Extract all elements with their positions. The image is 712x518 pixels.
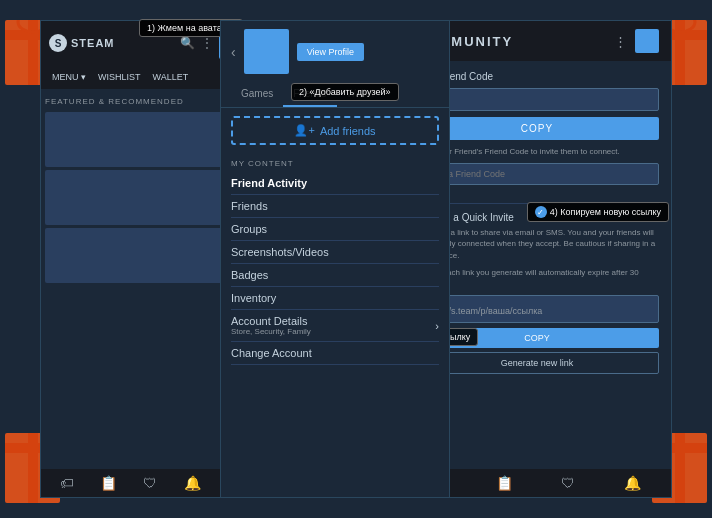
generate-link-wrapper: Generate new link 3) Создаем новую ссылк… [415,352,659,374]
add-friends-label: Add friends [320,125,376,137]
svg-rect-12 [28,433,38,503]
add-friends-button[interactable]: 👤+ Add friends [231,116,439,145]
search-icon[interactable]: 🔍 [180,36,195,50]
generate-new-link-button[interactable]: Generate new link [415,352,659,374]
right-nav-shield-icon[interactable]: 🛡 [561,475,575,491]
community-menu-icon[interactable]: ⋮ [614,34,627,49]
view-profile-button[interactable]: View Profile [297,43,364,61]
annotation-2: 2) «Добавить друзей» [291,83,399,101]
account-details-label: Account Details [231,315,311,327]
steam-logo-icon: S [49,34,67,52]
svg-rect-2 [28,20,38,85]
content-change-account[interactable]: Change Account [231,342,439,365]
content-inventory[interactable]: Inventory [231,287,439,310]
enter-friend-code-input[interactable] [415,163,659,185]
quick-invite-note: NOTE: Each link you generate will automa… [415,267,659,289]
svg-rect-7 [675,20,685,85]
arrow-icon: › [435,320,439,332]
friend-code-desc: Enter your Friend's Friend Code to invit… [415,146,659,157]
svg-rect-16 [675,433,685,503]
tab-games[interactable]: Games [231,82,283,107]
annotation-4: ✓ 4) Копируем новую ссылку [527,202,669,222]
middle-header: ‹ View Profile [221,21,449,82]
friend-code-input[interactable] [415,88,659,111]
back-button[interactable]: ‹ [231,44,236,60]
my-content-section: MY CONTENT Friend Activity Friends Group… [221,153,449,497]
community-header-right: ⋮ [614,29,659,53]
friend-code-label: Your Friend Code [415,71,659,82]
content-screenshots[interactable]: Screenshots/Videos [231,241,439,264]
bottom-nav-bell-icon[interactable]: 🔔 [184,475,201,491]
menu-icon[interactable]: ⋮ [201,36,213,50]
content-badges[interactable]: Badges [231,264,439,287]
account-details-sub: Store, Security, Family [231,327,311,336]
nav-wishlist[interactable]: WISHLIST [93,69,146,85]
quick-invite-desc: Generate a link to share via email or SM… [415,227,659,261]
svg-rect-9 [642,0,712,20]
content-friends[interactable]: Friends [231,195,439,218]
steam-logo: S STEAM [49,34,115,52]
link-display: https://s.team/p/ваша/ссылка [415,295,659,323]
bottom-nav-list-icon[interactable]: 📋 [100,475,117,491]
content-account-details[interactable]: Account Details Store, Security, Family … [231,310,439,342]
content-friend-activity[interactable]: Friend Activity [231,172,439,195]
steam-logo-text: STEAM [71,37,115,49]
community-avatar[interactable] [635,29,659,53]
middle-panel: ‹ View Profile 2) «Добавить друзей» Game… [220,20,450,498]
add-friends-icon: 👤+ [294,124,314,137]
right-nav-bell-icon[interactable]: 🔔 [624,475,641,491]
bottom-nav-shield-icon[interactable]: 🛡 [143,475,157,491]
main-container: S STEAM 🔍 ⋮ 1) Жмем на аватарку MENU ▾ W… [40,20,672,498]
copy-friend-code-button[interactable]: COPY [415,117,659,140]
nav-menu[interactable]: MENU ▾ [47,69,91,85]
profile-avatar[interactable] [244,29,289,74]
content-groups[interactable]: Groups [231,218,439,241]
svg-rect-4 [0,0,70,20]
check-icon: ✓ [535,206,547,218]
nav-wallet[interactable]: WALLET [148,69,194,85]
my-content-label: MY CONTENT [231,153,439,172]
right-nav-list-icon[interactable]: 📋 [496,475,513,491]
bottom-nav-tag-icon[interactable]: 🏷 [60,475,74,491]
svg-rect-13 [0,503,70,518]
svg-rect-17 [642,503,712,518]
